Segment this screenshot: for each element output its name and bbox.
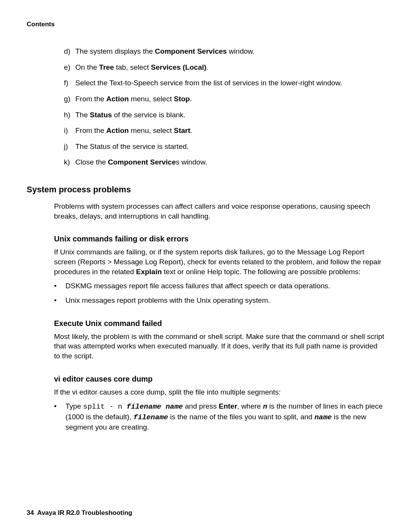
bullet-text: Unix messages report problems with the U… <box>65 296 384 305</box>
heading-unix-commands-failing: Unix commands failing or disk errors <box>54 235 384 243</box>
paragraph: If the vi editor causes a core dump, spl… <box>54 387 384 397</box>
bold-text: Tree <box>99 63 114 71</box>
bold-text: Services (Local) <box>151 63 207 71</box>
list-text: From the Action menu, select Stop. <box>75 94 384 104</box>
mono-italic-text: name <box>314 413 332 422</box>
bullet-text: DSKMG messages report file access failur… <box>65 281 384 291</box>
mono-text: split - n <box>83 403 126 411</box>
list-marker: i) <box>64 126 75 136</box>
bold-text: Component Services <box>155 47 227 55</box>
text-segment: is the name of the files you want to spl… <box>168 413 314 421</box>
list-item-d: d) The system displays the Component Ser… <box>64 46 384 56</box>
bold-text: Enter <box>219 402 237 410</box>
list-text: From the Action menu, select Start. <box>75 126 384 136</box>
text-segment: . <box>206 63 208 71</box>
list-text: Select the Text-to-Speech service from t… <box>75 78 384 88</box>
list-item-e: e) On the Tree tab, select Services (Loc… <box>64 62 384 72</box>
text-segment: . <box>190 126 192 134</box>
mono-italic-text: filename name <box>127 403 183 411</box>
contents-header: Contents <box>27 21 384 28</box>
text-segment: window. <box>227 47 255 55</box>
bullet-list: • DSKMG messages report file access fail… <box>54 281 384 305</box>
list-text: The Status of the service is started. <box>75 142 384 152</box>
mono-italic-text: n <box>263 403 267 411</box>
list-marker: d) <box>64 46 75 56</box>
list-marker: k) <box>64 157 75 167</box>
list-item-j: j) The Status of the service is started. <box>64 142 384 152</box>
bold-text: Status <box>90 111 112 119</box>
text-segment: , where <box>237 402 263 410</box>
list-marker: e) <box>64 62 75 72</box>
list-marker: f) <box>64 78 75 88</box>
text-segment: menu, select <box>129 95 174 103</box>
text-segment: . <box>190 95 192 103</box>
text-segment: text or online Help topic. The following… <box>162 268 360 276</box>
list-item-g: g) From the Action menu, select Stop. <box>64 94 384 104</box>
bullet-dot-icon: • <box>54 296 65 305</box>
text-segment: of the service is blank. <box>112 111 185 119</box>
list-text: The Status of the service is blank. <box>75 110 384 120</box>
text-segment: The <box>75 111 90 119</box>
text-segment: On the <box>75 63 99 71</box>
bold-text: Start <box>174 126 190 134</box>
bold-text: Component Service <box>108 158 176 166</box>
list-text: On the Tree tab, select Services (Local)… <box>75 62 384 72</box>
footer-title: Avaya IR R2.0 Troubleshooting <box>37 509 132 516</box>
text-segment: From the <box>75 126 106 134</box>
list-text: The system displays the Component Servic… <box>75 46 384 56</box>
bullet-text: Type split - n filename name and press E… <box>65 401 384 432</box>
text-segment: menu, select <box>129 126 174 134</box>
text-segment: s window. <box>176 158 207 166</box>
mono-italic-text: filename <box>134 413 168 422</box>
bullet-dot-icon: • <box>54 281 65 291</box>
bullet-item: • Unix messages report problems with the… <box>54 296 384 305</box>
text-segment: and press <box>183 402 219 410</box>
bullet-list: • Type split - n filename name and press… <box>54 401 384 432</box>
ordered-list: d) The system displays the Component Ser… <box>64 46 384 167</box>
text-segment: Close the <box>75 158 108 166</box>
bullet-item: • DSKMG messages report file access fail… <box>54 281 384 291</box>
text-segment: tab, select <box>114 63 151 71</box>
document-page: Contents d) The system displays the Comp… <box>0 0 411 532</box>
paragraph: Problems with system processes can affec… <box>54 201 384 221</box>
list-item-i: i) From the Action menu, select Start. <box>64 126 384 136</box>
bold-text: Stop <box>174 95 190 103</box>
paragraph: Most likely, the problem is with the com… <box>54 332 384 361</box>
bold-text: Explain <box>136 268 162 276</box>
heading-execute-unix-command-failed: Execute Unix command failed <box>54 319 384 328</box>
list-marker: h) <box>64 110 75 120</box>
text-segment: The system displays the <box>75 47 155 55</box>
list-item-f: f) Select the Text-to-Speech service fro… <box>64 78 384 88</box>
heading-vi-editor-core-dump: vi editor causes core dump <box>54 375 384 383</box>
text-segment: Type <box>65 402 83 410</box>
text-segment: From the <box>75 95 106 103</box>
bullet-dot-icon: • <box>54 401 65 432</box>
list-text: Close the Component Services window. <box>75 157 384 167</box>
page-footer: 34 Avaya IR R2.0 Troubleshooting <box>27 509 132 517</box>
list-item-h: h) The Status of the service is blank. <box>64 110 384 120</box>
list-item-k: k) Close the Component Services window. <box>64 157 384 167</box>
bold-text: Action <box>106 95 129 103</box>
list-marker: j) <box>64 142 75 152</box>
heading-system-process-problems: System process problems <box>27 185 384 195</box>
paragraph: If Unix commands are failing, or if the … <box>54 247 384 276</box>
bold-text: Action <box>106 126 129 134</box>
list-marker: g) <box>64 94 75 104</box>
page-number: 34 <box>27 509 34 516</box>
bullet-item: • Type split - n filename name and press… <box>54 401 384 432</box>
